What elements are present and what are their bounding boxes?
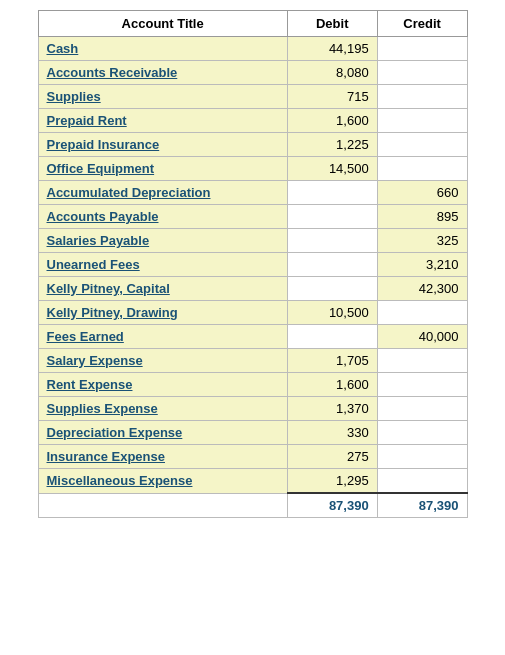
debit-value: 14,500 xyxy=(287,157,377,181)
table-row: Insurance Expense275 xyxy=(38,445,467,469)
table-row: Supplies Expense1,370 xyxy=(38,397,467,421)
debit-value xyxy=(287,205,377,229)
credit-value xyxy=(377,445,467,469)
table-row: Salary Expense1,705 xyxy=(38,349,467,373)
credit-header: Credit xyxy=(377,11,467,37)
account-name: Insurance Expense xyxy=(38,445,287,469)
debit-value xyxy=(287,229,377,253)
total-credit: 87,390 xyxy=(377,493,467,518)
account-name: Prepaid Rent xyxy=(38,109,287,133)
debit-value xyxy=(287,325,377,349)
table-row: Fees Earned40,000 xyxy=(38,325,467,349)
trial-balance-container: Account Title Debit Credit Cash44,195Acc… xyxy=(38,10,468,645)
table-row: Accounts Receivable8,080 xyxy=(38,61,467,85)
credit-value xyxy=(377,133,467,157)
debit-value: 330 xyxy=(287,421,377,445)
account-name: Accounts Receivable xyxy=(38,61,287,85)
table-row: Rent Expense1,600 xyxy=(38,373,467,397)
debit-value: 1,295 xyxy=(287,469,377,494)
table-row: Depreciation Expense330 xyxy=(38,421,467,445)
account-name: Supplies Expense xyxy=(38,397,287,421)
table-row: Unearned Fees3,210 xyxy=(38,253,467,277)
credit-value: 3,210 xyxy=(377,253,467,277)
account-name: Kelly Pitney, Drawing xyxy=(38,301,287,325)
credit-value xyxy=(377,421,467,445)
account-name: Kelly Pitney, Capital xyxy=(38,277,287,301)
debit-value xyxy=(287,277,377,301)
table-row: Salaries Payable325 xyxy=(38,229,467,253)
account-name: Accounts Payable xyxy=(38,205,287,229)
debit-value: 44,195 xyxy=(287,37,377,61)
account-name: Salary Expense xyxy=(38,349,287,373)
debit-value: 1,600 xyxy=(287,373,377,397)
table-row: Miscellaneous Expense1,295 xyxy=(38,469,467,494)
credit-value xyxy=(377,397,467,421)
total-label xyxy=(38,493,287,518)
debit-value xyxy=(287,253,377,277)
trial-balance-table: Account Title Debit Credit Cash44,195Acc… xyxy=(38,10,468,518)
debit-value: 1,370 xyxy=(287,397,377,421)
credit-value: 325 xyxy=(377,229,467,253)
debit-value: 8,080 xyxy=(287,61,377,85)
debit-value: 715 xyxy=(287,85,377,109)
total-debit: 87,390 xyxy=(287,493,377,518)
table-row: Kelly Pitney, Capital42,300 xyxy=(38,277,467,301)
table-row: Accumulated Depreciation660 xyxy=(38,181,467,205)
credit-value: 660 xyxy=(377,181,467,205)
account-name: Miscellaneous Expense xyxy=(38,469,287,494)
credit-value xyxy=(377,469,467,494)
account-name: Rent Expense xyxy=(38,373,287,397)
credit-value xyxy=(377,373,467,397)
account-name: Office Equipment xyxy=(38,157,287,181)
credit-value xyxy=(377,157,467,181)
table-row: Kelly Pitney, Drawing10,500 xyxy=(38,301,467,325)
account-name: Cash xyxy=(38,37,287,61)
credit-value xyxy=(377,349,467,373)
account-name: Depreciation Expense xyxy=(38,421,287,445)
table-row: Accounts Payable895 xyxy=(38,205,467,229)
credit-value: 40,000 xyxy=(377,325,467,349)
table-row: Prepaid Insurance1,225 xyxy=(38,133,467,157)
table-row: Supplies715 xyxy=(38,85,467,109)
account-header: Account Title xyxy=(38,11,287,37)
credit-value xyxy=(377,61,467,85)
table-row: Prepaid Rent1,600 xyxy=(38,109,467,133)
debit-value: 10,500 xyxy=(287,301,377,325)
credit-value: 42,300 xyxy=(377,277,467,301)
credit-value xyxy=(377,85,467,109)
header-row: Account Title Debit Credit xyxy=(38,11,467,37)
debit-value: 1,600 xyxy=(287,109,377,133)
account-name: Salaries Payable xyxy=(38,229,287,253)
total-row: 87,39087,390 xyxy=(38,493,467,518)
debit-value xyxy=(287,181,377,205)
credit-value xyxy=(377,37,467,61)
table-row: Cash44,195 xyxy=(38,37,467,61)
table-row: Office Equipment14,500 xyxy=(38,157,467,181)
debit-value: 1,705 xyxy=(287,349,377,373)
account-name: Prepaid Insurance xyxy=(38,133,287,157)
account-name: Supplies xyxy=(38,85,287,109)
credit-value xyxy=(377,109,467,133)
account-name: Accumulated Depreciation xyxy=(38,181,287,205)
account-name: Fees Earned xyxy=(38,325,287,349)
credit-value xyxy=(377,301,467,325)
debit-header: Debit xyxy=(287,11,377,37)
account-name: Unearned Fees xyxy=(38,253,287,277)
credit-value: 895 xyxy=(377,205,467,229)
debit-value: 1,225 xyxy=(287,133,377,157)
debit-value: 275 xyxy=(287,445,377,469)
